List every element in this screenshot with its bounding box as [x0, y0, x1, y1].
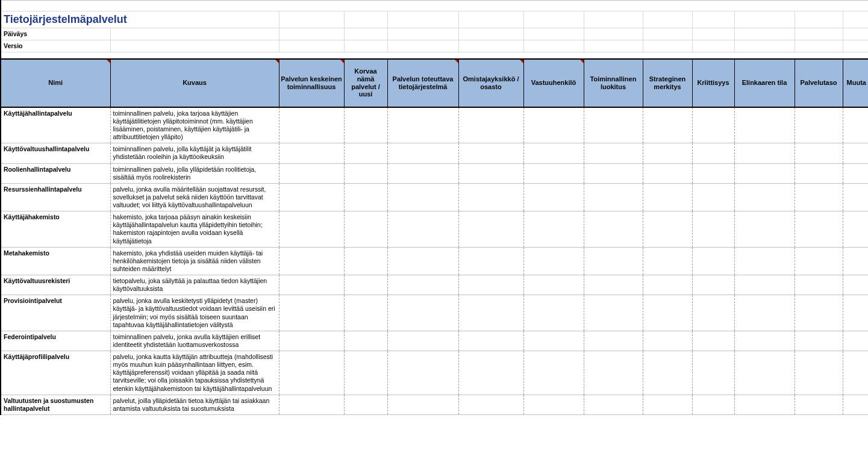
empty-cell[interactable] — [692, 295, 734, 331]
empty-cell[interactable] — [734, 163, 795, 183]
empty-cell[interactable] — [643, 107, 692, 143]
column-header[interactable]: Kuvaus — [110, 59, 279, 107]
empty-cell[interactable] — [692, 183, 734, 211]
empty-cell[interactable] — [387, 163, 458, 183]
empty-cell[interactable] — [523, 163, 584, 183]
service-desc-cell[interactable]: palvelu, jonka avulla määritellään suoja… — [110, 183, 279, 211]
service-desc-cell[interactable]: hakemisto, joka yhdistää useiden muiden … — [110, 247, 279, 275]
empty-cell[interactable] — [523, 351, 584, 395]
empty-cell[interactable] — [344, 247, 387, 275]
empty-cell[interactable] — [643, 163, 692, 183]
empty-cell[interactable] — [643, 183, 692, 211]
empty-cell[interactable] — [458, 183, 523, 211]
empty-cell[interactable] — [795, 395, 843, 414]
empty-cell[interactable] — [843, 107, 868, 143]
service-desc-cell[interactable]: hakemisto, joka tarjoaa pääsyn ainakin k… — [110, 211, 279, 248]
empty-cell[interactable] — [692, 107, 734, 143]
empty-cell[interactable] — [458, 275, 523, 295]
empty-cell[interactable] — [279, 163, 344, 183]
empty-cell[interactable] — [584, 395, 643, 414]
column-header[interactable]: Toiminnallinen luokitus — [584, 59, 643, 107]
empty-cell[interactable] — [795, 107, 843, 143]
service-name-cell[interactable]: Provisiointipalvelut — [1, 295, 110, 331]
empty-cell[interactable] — [458, 395, 523, 414]
empty-cell[interactable] — [584, 295, 643, 331]
empty-cell[interactable] — [387, 247, 458, 275]
empty-cell[interactable] — [843, 247, 868, 275]
service-name-cell[interactable]: Federointipalvelu — [1, 331, 110, 351]
empty-cell[interactable] — [584, 107, 643, 143]
empty-cell[interactable] — [795, 331, 843, 351]
empty-cell[interactable] — [458, 143, 523, 163]
service-desc-cell[interactable]: palvelut, joilla ylläpidetään tietoa käy… — [110, 395, 279, 414]
column-header[interactable]: Palvelun keskeinen toiminnallisuus — [279, 59, 344, 107]
empty-cell[interactable] — [692, 395, 734, 414]
empty-cell[interactable] — [795, 275, 843, 295]
empty-cell[interactable] — [692, 247, 734, 275]
empty-cell[interactable] — [584, 211, 643, 248]
empty-cell[interactable] — [692, 143, 734, 163]
empty-cell[interactable] — [523, 143, 584, 163]
empty-cell[interactable] — [279, 395, 344, 414]
service-desc-cell[interactable]: palvelu, jonka kautta käyttäjän attribuu… — [110, 351, 279, 395]
empty-cell[interactable] — [279, 331, 344, 351]
empty-cell[interactable] — [458, 351, 523, 395]
empty-cell[interactable] — [279, 211, 344, 248]
column-header[interactable]: Korvaa nämä palvelut / uusi — [344, 59, 387, 107]
empty-cell[interactable] — [584, 247, 643, 275]
empty-cell[interactable] — [843, 295, 868, 331]
empty-cell[interactable] — [692, 211, 734, 248]
empty-cell[interactable] — [734, 107, 795, 143]
empty-cell[interactable] — [843, 275, 868, 295]
empty-cell[interactable] — [584, 183, 643, 211]
empty-cell[interactable] — [279, 247, 344, 275]
service-name-cell[interactable]: Metahakemisto — [1, 247, 110, 275]
empty-cell[interactable] — [523, 211, 584, 248]
empty-cell[interactable] — [734, 143, 795, 163]
empty-cell[interactable] — [692, 275, 734, 295]
empty-cell[interactable] — [387, 395, 458, 414]
empty-cell[interactable] — [643, 395, 692, 414]
empty-cell[interactable] — [734, 183, 795, 211]
empty-cell[interactable] — [344, 331, 387, 351]
empty-cell[interactable] — [734, 295, 795, 331]
empty-cell[interactable] — [843, 395, 868, 414]
column-header[interactable]: Muuta — [843, 59, 868, 107]
empty-cell[interactable] — [734, 275, 795, 295]
empty-cell[interactable] — [458, 295, 523, 331]
empty-cell[interactable] — [344, 211, 387, 248]
empty-cell[interactable] — [523, 295, 584, 331]
empty-cell[interactable] — [584, 275, 643, 295]
sheet-title[interactable]: Tietojärjestelmäpalvelut — [1, 11, 279, 28]
empty-cell[interactable] — [523, 107, 584, 143]
empty-cell[interactable] — [734, 211, 795, 248]
empty-cell[interactable] — [458, 331, 523, 351]
empty-cell[interactable] — [458, 107, 523, 143]
empty-cell[interactable] — [279, 107, 344, 143]
empty-cell[interactable] — [344, 163, 387, 183]
empty-cell[interactable] — [344, 183, 387, 211]
empty-cell[interactable] — [387, 331, 458, 351]
service-name-cell[interactable]: Käyttäjäprofiilipalvelu — [1, 351, 110, 395]
empty-cell[interactable] — [387, 351, 458, 395]
empty-cell[interactable] — [387, 275, 458, 295]
service-name-cell[interactable]: Resurssienhallintapalvelu — [1, 183, 110, 211]
service-desc-cell[interactable]: toiminnallinen palvelu, jolla ylläpidetä… — [110, 163, 279, 183]
empty-cell[interactable] — [734, 247, 795, 275]
empty-cell[interactable] — [692, 351, 734, 395]
empty-cell[interactable] — [643, 351, 692, 395]
empty-cell[interactable] — [843, 163, 868, 183]
service-desc-cell[interactable]: toiminnallinen palvelu, jolla käyttäjät … — [110, 143, 279, 163]
empty-cell[interactable] — [387, 295, 458, 331]
service-name-cell[interactable]: Käyttövaltuushallintapalvelu — [1, 143, 110, 163]
service-desc-cell[interactable]: toiminnallinen palvelu, joka tarjoaa käy… — [110, 107, 279, 143]
empty-cell[interactable] — [458, 211, 523, 248]
empty-cell[interactable] — [523, 331, 584, 351]
empty-cell[interactable] — [643, 143, 692, 163]
empty-cell[interactable] — [458, 163, 523, 183]
empty-cell[interactable] — [643, 331, 692, 351]
empty-cell[interactable] — [795, 183, 843, 211]
service-name-cell[interactable]: Käyttäjähallintapalvelu — [1, 107, 110, 143]
empty-cell[interactable] — [795, 143, 843, 163]
empty-cell[interactable] — [344, 107, 387, 143]
